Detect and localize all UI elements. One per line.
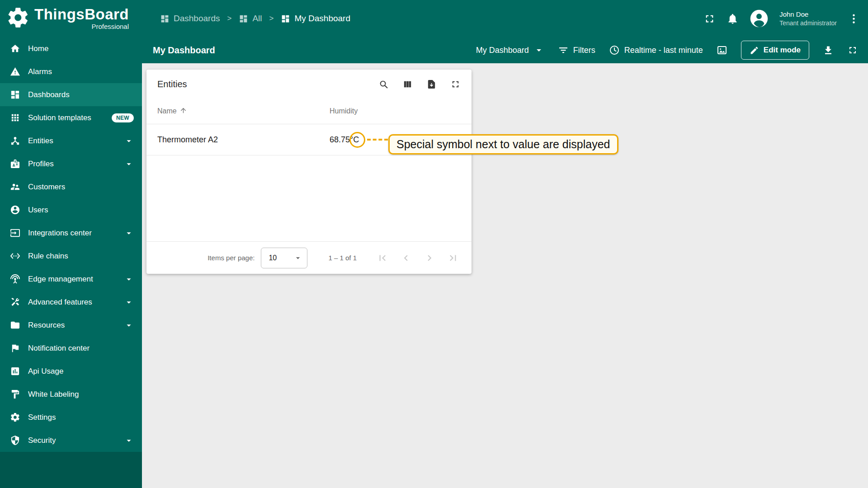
sidebar-item-integrations-center[interactable]: Integrations center	[0, 221, 142, 244]
entities-widget: Entities	[146, 70, 472, 274]
columns-icon[interactable]	[402, 79, 413, 89]
entities-hub-icon	[10, 136, 20, 146]
sidebar-item-customers[interactable]: Customers	[0, 175, 142, 198]
chevron-down-icon	[124, 228, 134, 238]
badge-icon	[10, 159, 20, 169]
chevron-down-icon	[124, 436, 134, 446]
home-icon	[10, 43, 20, 54]
filters-button[interactable]: Filters	[558, 45, 595, 56]
logo-subtitle: Professional	[34, 23, 129, 30]
user-role: Tenant administrator	[779, 19, 837, 27]
breadcrumb-my-dashboard: My Dashboard	[281, 14, 350, 23]
breadcrumb-all[interactable]: All	[239, 14, 262, 23]
new-badge: NEW	[112, 113, 134, 122]
app-root: ThingsBoard Professional Dashboards > Al…	[0, 0, 868, 488]
user-avatar[interactable]	[750, 9, 769, 28]
sidebar-item-settings[interactable]: Settings	[0, 406, 142, 429]
chevron-down-icon	[124, 159, 134, 169]
column-header-humidity[interactable]: Humidity	[330, 107, 358, 115]
sidebar-item-advanced-features[interactable]: Advanced features	[0, 291, 142, 314]
apps-icon	[10, 113, 20, 123]
toolbar-actions: My Dashboard Filters Realtime - last min…	[476, 41, 858, 60]
dropdown-arrow-icon	[293, 253, 302, 263]
sidebar-item-entities[interactable]: Entities	[0, 129, 142, 152]
pencil-icon	[750, 46, 759, 55]
sidebar-item-solution-templates[interactable]: Solution templates NEW	[0, 106, 142, 129]
kebab-menu-icon[interactable]	[848, 13, 860, 25]
logo[interactable]: ThingsBoard Professional	[0, 6, 142, 31]
paginator: Items per page: 10 1 – 1 of 1	[146, 241, 472, 274]
chart-icon	[10, 366, 20, 376]
user-name: John Doe	[779, 10, 837, 19]
sidebar-item-alarms[interactable]: Alarms	[0, 60, 142, 83]
widget-title: Entities	[157, 79, 187, 89]
sidebar-item-rule-chains[interactable]: Rule chains	[0, 244, 142, 267]
dashboard-canvas: Entities	[142, 63, 868, 488]
account-circle-icon	[10, 205, 20, 215]
sidebar-item-profiles[interactable]: Profiles	[0, 152, 142, 175]
items-per-page-label: Items per page:	[208, 254, 255, 262]
breadcrumb: Dashboards > All > My Dashboard	[142, 14, 350, 23]
widget-actions	[378, 79, 461, 89]
cell-entity-name: Thermometer A2	[157, 135, 330, 145]
dashboard-icon	[160, 14, 170, 23]
ethernet-code-icon	[10, 251, 20, 261]
chevron-down-icon	[124, 274, 134, 284]
previous-page-button[interactable]	[400, 252, 412, 264]
paint-roller-icon	[10, 389, 20, 399]
image-icon	[717, 45, 727, 56]
annotation-connector-line	[367, 139, 388, 141]
antenna-icon	[10, 274, 20, 284]
clock-icon	[609, 45, 620, 56]
breadcrumb-separator: >	[227, 14, 231, 23]
widget-fullscreen-icon[interactable]	[450, 79, 461, 89]
dropdown-arrow-icon	[533, 45, 544, 56]
fullscreen-icon[interactable]	[703, 13, 716, 25]
user-info[interactable]: John Doe Tenant administrator	[779, 10, 837, 27]
sidebar-item-resources[interactable]: Resources	[0, 314, 142, 337]
chevron-down-icon	[124, 297, 134, 307]
search-icon[interactable]	[378, 79, 389, 89]
sidebar-item-notification-center[interactable]: Notification center	[0, 337, 142, 360]
widget-header: Entities	[146, 70, 472, 99]
first-page-button[interactable]	[377, 252, 388, 264]
items-per-page-select[interactable]: 10	[261, 248, 307, 268]
last-page-button[interactable]	[447, 252, 459, 264]
flag-icon	[10, 343, 20, 353]
input-icon	[10, 228, 20, 238]
edit-mode-button[interactable]: Edit mode	[741, 41, 809, 60]
next-page-button[interactable]	[424, 252, 435, 264]
fullscreen-toolbar-button[interactable]	[847, 45, 858, 56]
page-title: My Dashboard	[153, 45, 215, 56]
download-button[interactable]	[823, 45, 834, 56]
sidebar-item-api-usage[interactable]: Api Usage	[0, 360, 142, 383]
dashboard-icon	[239, 14, 248, 23]
column-header-name[interactable]: Name	[157, 107, 330, 116]
breadcrumb-dashboards[interactable]: Dashboards	[160, 14, 220, 23]
logo-text: ThingsBoard Professional	[34, 7, 129, 30]
timewindow-button[interactable]: Realtime - last minute	[609, 45, 703, 56]
sidebar-item-home[interactable]: Home	[0, 37, 142, 60]
sidebar: Home Alarms Dashboards Solution template…	[0, 37, 142, 488]
annotation-highlight-circle	[349, 132, 365, 148]
thingsboard-gear-icon	[6, 6, 30, 31]
sidebar-item-edge-management[interactable]: Edge management	[0, 267, 142, 291]
sidebar-item-users[interactable]: Users	[0, 198, 142, 221]
notifications-bell-icon[interactable]	[726, 13, 739, 25]
download-icon	[823, 45, 834, 56]
construction-icon	[10, 297, 20, 307]
sidebar-item-dashboards[interactable]: Dashboards	[0, 83, 142, 106]
filter-icon	[558, 45, 569, 56]
sidebar-item-white-labeling[interactable]: White Labeling	[0, 383, 142, 406]
state-selector[interactable]: My Dashboard	[476, 45, 544, 56]
page-range-label: 1 – 1 of 1	[328, 254, 357, 262]
table-header-row: Name Humidity	[146, 99, 472, 124]
manage-layouts-button[interactable]	[717, 45, 727, 56]
export-file-icon[interactable]	[426, 79, 437, 89]
dashboard-toolbar: My Dashboard My Dashboard Filters Realti…	[142, 37, 868, 63]
shield-icon	[10, 435, 20, 446]
sidebar-item-security[interactable]: Security	[0, 429, 142, 452]
top-header: ThingsBoard Professional Dashboards > Al…	[0, 0, 868, 37]
logo-title: ThingsBoard	[34, 7, 129, 22]
sidebar-menu: Home Alarms Dashboards Solution template…	[0, 37, 142, 452]
